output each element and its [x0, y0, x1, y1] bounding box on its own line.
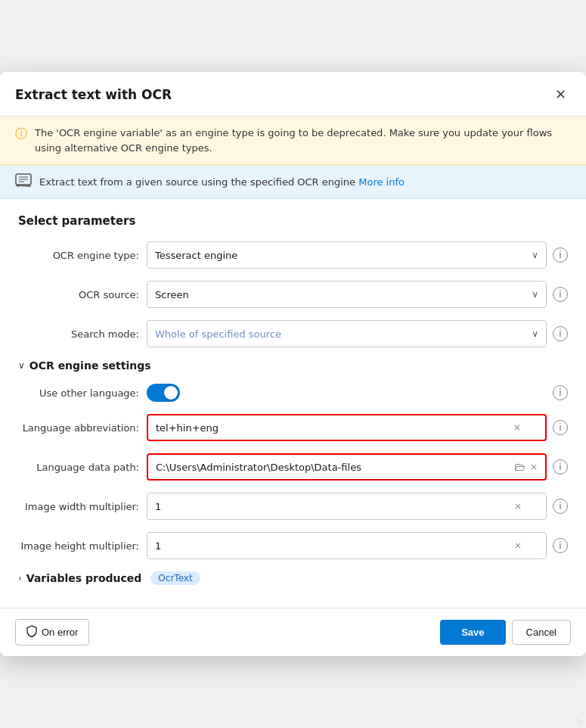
warning-banner: ⓘ The 'OCR engine variable' as an engine… [0, 117, 586, 165]
language-abbreviation-row: Language abbreviation: tel+hin+eng × i [18, 414, 568, 441]
language-abbreviation-input[interactable]: tel+hin+eng × [147, 414, 547, 441]
use-other-language-row: Use other language: i [18, 384, 568, 402]
info-banner-text: Extract text from a given source using t… [39, 176, 405, 188]
image-height-multiplier-info-icon[interactable]: i [553, 538, 568, 553]
language-abbreviation-clear-icon[interactable]: × [513, 422, 521, 433]
image-height-clear-icon[interactable]: × [514, 540, 522, 551]
cancel-button[interactable]: Cancel [512, 620, 571, 645]
use-other-language-label: Use other language: [18, 387, 139, 399]
chevron-down-icon: ∨ [532, 328, 538, 339]
image-height-multiplier-input[interactable]: 1 × [147, 532, 547, 559]
image-width-clear-icon[interactable]: × [514, 501, 522, 512]
ocr-source-info-icon[interactable]: i [553, 287, 568, 302]
dialog-body: Select parameters OCR engine type: Tesse… [0, 199, 586, 608]
chevron-down-icon: ∨ [532, 250, 538, 260]
language-data-path-row: Language data path: C:\Users\Administrat… [18, 453, 568, 481]
ocr-engine-type-info-icon[interactable]: i [553, 247, 568, 263]
shield-icon [26, 625, 37, 639]
toggle-thumb [164, 386, 178, 400]
dialog-header: Extract text with OCR ✕ [0, 72, 586, 117]
footer-left: On error [15, 619, 89, 646]
search-mode-control: Whole of specified source ∨ i [147, 320, 568, 347]
search-mode-row: Search mode: Whole of specified source ∨… [18, 320, 568, 347]
variables-produced-toggle[interactable]: › Variables produced [18, 572, 141, 584]
variables-badge: OcrText [150, 571, 200, 585]
folder-icon[interactable]: 🗁 [514, 460, 526, 474]
ocr-source-row: OCR source: Screen ∨ i [18, 281, 568, 308]
select-parameters-title: Select parameters [18, 214, 568, 228]
image-width-multiplier-label: Image width multiplier: [18, 501, 139, 512]
close-button[interactable]: ✕ [550, 84, 571, 105]
ocr-source-control: Screen ∨ i [147, 281, 568, 308]
use-other-language-info-icon[interactable]: i [553, 385, 568, 400]
use-other-language-control: i [147, 384, 568, 402]
ocr-engine-type-control: Tesseract engine ∨ i [147, 241, 568, 269]
dialog-footer: On error Save Cancel [0, 608, 586, 656]
warning-icon: ⓘ [15, 126, 27, 142]
dialog: Extract text with OCR ✕ ⓘ The 'OCR engin… [0, 72, 586, 656]
engine-settings-toggle[interactable]: ∨ OCR engine settings [18, 359, 568, 372]
image-width-multiplier-info-icon[interactable]: i [553, 499, 568, 514]
engine-settings-title: OCR engine settings [29, 359, 151, 372]
variables-expand-icon: › [18, 573, 22, 583]
language-abbreviation-label: Language abbreviation: [18, 422, 139, 434]
ocr-engine-type-label: OCR engine type: [18, 250, 139, 261]
svg-line-6 [16, 185, 31, 186]
ocr-source-label: OCR source: [18, 289, 139, 300]
more-info-link[interactable]: More info [358, 176, 405, 188]
variables-produced-row: › Variables produced OcrText [18, 571, 568, 585]
footer-right: Save Cancel [440, 620, 571, 645]
chevron-down-icon: ∨ [532, 289, 538, 300]
image-height-multiplier-row: Image height multiplier: 1 × i [18, 532, 568, 559]
image-width-multiplier-input[interactable]: 1 × [147, 493, 547, 520]
search-mode-info-icon[interactable]: i [553, 326, 568, 341]
save-button[interactable]: Save [440, 620, 505, 645]
dialog-title: Extract text with OCR [15, 87, 172, 102]
image-height-multiplier-label: Image height multiplier: [18, 540, 139, 552]
language-abbreviation-info-icon[interactable]: i [553, 420, 568, 435]
language-data-path-input[interactable]: C:\Users\Administrator\Desktop\Data-file… [147, 453, 547, 481]
collapse-icon: ∨ [18, 360, 25, 371]
use-other-language-toggle[interactable] [147, 384, 180, 402]
variables-produced-label: Variables produced [26, 572, 142, 584]
ocr-engine-type-row: OCR engine type: Tesseract engine ∨ i [18, 241, 568, 269]
language-data-path-control: C:\Users\Administrator\Desktop\Data-file… [147, 453, 568, 481]
image-width-multiplier-row: Image width multiplier: 1 × i [18, 493, 568, 520]
info-banner: Extract text from a given source using t… [0, 165, 586, 199]
on-error-button[interactable]: On error [15, 619, 89, 646]
search-mode-select[interactable]: Whole of specified source ∨ [147, 320, 547, 347]
language-data-path-label: Language data path: [18, 462, 139, 473]
ocr-icon [15, 173, 32, 190]
warning-text: The 'OCR engine variable' as an engine t… [35, 126, 571, 155]
search-mode-label: Search mode: [18, 328, 139, 340]
ocr-source-select[interactable]: Screen ∨ [147, 281, 547, 308]
language-data-path-info-icon[interactable]: i [553, 459, 568, 474]
language-data-path-clear-icon[interactable]: × [530, 462, 538, 472]
image-width-multiplier-control: 1 × i [147, 493, 568, 520]
ocr-engine-type-select[interactable]: Tesseract engine ∨ [147, 241, 547, 269]
image-height-multiplier-control: 1 × i [147, 532, 568, 559]
language-abbreviation-control: tel+hin+eng × i [147, 414, 568, 441]
